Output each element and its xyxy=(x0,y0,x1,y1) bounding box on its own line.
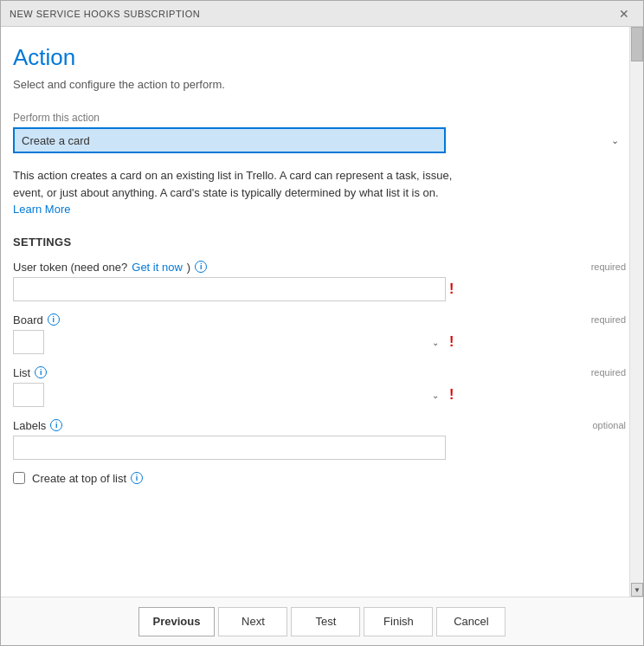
next-button[interactable]: Next xyxy=(218,607,287,636)
list-select[interactable] xyxy=(13,383,44,407)
user-token-input[interactable] xyxy=(13,277,446,301)
list-required-label: required xyxy=(591,367,626,378)
list-select-wrapper: ⌄ xyxy=(13,383,446,407)
labels-optional-label: optional xyxy=(592,420,626,430)
create-top-label: Create at top of list i xyxy=(32,472,143,485)
labels-input-wrapper xyxy=(13,436,626,460)
cancel-button[interactable]: Cancel xyxy=(436,607,506,636)
get-it-now-link[interactable]: Get it now xyxy=(132,261,183,274)
board-input-wrapper: ⌄ ! xyxy=(13,330,626,354)
list-chevron-icon: ⌄ xyxy=(432,390,439,399)
user-token-field: User token (need one? Get it now ) i req… xyxy=(13,261,626,301)
learn-more-link[interactable]: Learn More xyxy=(13,203,70,216)
board-label: Board i xyxy=(13,313,60,326)
page-subtitle: Select and configure the action to perfo… xyxy=(13,78,626,91)
settings-heading: SETTINGS xyxy=(13,236,626,249)
dialog-content: Action Select and configure the action t… xyxy=(1,27,643,597)
list-label: List i xyxy=(13,366,47,379)
board-header: Board i required xyxy=(13,313,626,326)
create-top-checkbox-row: Create at top of list i xyxy=(13,472,626,485)
dialog-title: NEW SERVICE HOOKS SUBSCRIPTION xyxy=(10,9,200,19)
action-select-chevron-icon: ⌄ xyxy=(611,135,619,146)
create-top-checkbox[interactable] xyxy=(13,472,25,484)
labels-field: Labels i optional xyxy=(13,419,626,460)
dialog: NEW SERVICE HOOKS SUBSCRIPTION ✕ ▲ ▼ Act… xyxy=(0,0,644,646)
user-token-header: User token (need one? Get it now ) i req… xyxy=(13,261,626,274)
user-token-label: User token (need one? Get it now ) i xyxy=(13,261,207,274)
labels-input[interactable] xyxy=(13,436,446,460)
board-field: Board i required ⌄ ! xyxy=(13,313,626,354)
list-header: List i required xyxy=(13,366,626,379)
list-input-wrapper: ⌄ ! xyxy=(13,383,626,407)
previous-button[interactable]: Previous xyxy=(138,607,216,636)
create-top-info-icon[interactable]: i xyxy=(131,472,143,484)
board-select-wrapper: ⌄ xyxy=(13,330,446,354)
user-token-required-label: required xyxy=(591,262,626,272)
user-token-info-icon[interactable]: i xyxy=(195,261,207,273)
action-select-wrapper: Create a card ⌄ xyxy=(13,127,626,153)
board-chevron-icon: ⌄ xyxy=(432,337,439,346)
labels-header: Labels i optional xyxy=(13,419,626,432)
list-error-icon: ! xyxy=(449,387,454,403)
user-token-error-icon: ! xyxy=(449,281,454,297)
list-info-icon[interactable]: i xyxy=(35,366,47,378)
test-button[interactable]: Test xyxy=(291,607,360,636)
dialog-titlebar: NEW SERVICE HOOKS SUBSCRIPTION ✕ xyxy=(1,1,643,27)
labels-info-icon[interactable]: i xyxy=(50,419,62,431)
dialog-footer: Previous Next Test Finish Cancel xyxy=(1,597,643,645)
user-token-input-wrapper: ! xyxy=(13,277,626,301)
board-required-label: required xyxy=(591,314,626,325)
list-field: List i required ⌄ ! xyxy=(13,366,626,407)
board-info-icon[interactable]: i xyxy=(48,313,60,326)
labels-label: Labels i xyxy=(13,419,62,432)
action-field-group: Perform this action Create a card ⌄ xyxy=(13,112,626,153)
board-select[interactable] xyxy=(13,330,44,354)
page-heading: Action xyxy=(13,44,626,71)
action-field-label: Perform this action xyxy=(13,112,626,124)
finish-button[interactable]: Finish xyxy=(364,607,433,636)
action-select[interactable]: Create a card xyxy=(13,127,446,153)
description-text: This action creates a card on an existin… xyxy=(13,167,454,218)
close-button[interactable]: ✕ xyxy=(614,6,634,22)
board-error-icon: ! xyxy=(449,334,454,350)
